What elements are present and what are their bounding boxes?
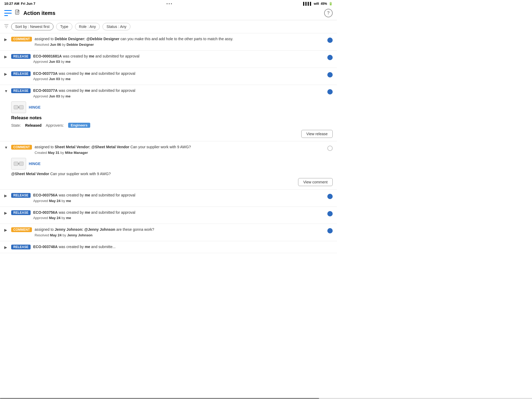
svg-rect-4 <box>14 162 18 166</box>
chevron-right-icon[interactable]: ▶ <box>4 55 9 59</box>
chevron-down-icon[interactable]: ▼ <box>4 89 9 93</box>
chevron-right-icon[interactable]: ▶ <box>4 228 9 232</box>
item-header: ▶ RELEASE ECO-003773A was created by me … <box>4 71 333 82</box>
view-comment-row: View comment <box>11 178 333 186</box>
list-item: ▶ COMMENT assigned to Jenny Johnson: @Je… <box>0 224 337 241</box>
chevron-right-icon[interactable]: ▶ <box>4 245 9 249</box>
list-item: ▼ RELEASE ECO-003377A was created by me … <box>0 85 337 141</box>
filter-bar: Sort by : Newest first Type Role : Any S… <box>0 20 337 33</box>
chevron-right-icon[interactable]: ▶ <box>4 194 9 198</box>
item-header: ▶ RELEASE ECO-003748A was created by me … <box>4 244 333 250</box>
view-release-button[interactable]: View release <box>301 130 333 138</box>
type-filter-button[interactable]: Type <box>56 23 72 30</box>
sidebar-toggle-button[interactable] <box>4 10 12 16</box>
role-filter-button[interactable]: Role : Any <box>75 23 100 30</box>
release-badge: RELEASE <box>11 88 31 93</box>
state-value: Released <box>25 123 42 127</box>
item-text: ECO-003748A was created by me and submit… <box>33 244 333 250</box>
document-icon <box>15 10 20 17</box>
svg-rect-1 <box>14 105 18 109</box>
action-list: ▶ COMMENT assigned to Debbie Designer: @… <box>0 33 337 253</box>
header-left: Action items <box>4 10 55 17</box>
approvers-value: Engineers <box>68 123 90 128</box>
item-text: assigned to Debbie Designer: @Debbie Des… <box>35 36 325 47</box>
sort-filter-button[interactable]: Sort by : Newest first <box>11 23 53 30</box>
view-release-row: View release <box>11 130 333 138</box>
comment-badge: COMMENT <box>11 227 32 232</box>
thumbnail-image <box>11 101 26 113</box>
header: Action items ? <box>0 7 337 20</box>
expanded-comment-content: HINGE @Sheet Metal Vendor Can your suppl… <box>11 158 333 186</box>
chevron-right-icon[interactable]: ▶ <box>4 37 9 42</box>
hinge-link[interactable]: HINGE <box>29 105 40 109</box>
svg-point-6 <box>18 163 19 164</box>
chevron-right-icon[interactable]: ▶ <box>4 211 9 215</box>
status-bar-right: ▌▌▌▌ wifi 45% 🔋 <box>303 2 333 6</box>
item-text: ECO-003377A was created by me and submit… <box>33 88 325 99</box>
read-indicator <box>327 211 333 216</box>
comment-badge: COMMENT <box>11 37 32 42</box>
release-badge: RELEASE <box>11 245 31 249</box>
item-text: ECO-003773A was created by me and submit… <box>33 71 325 82</box>
status-time: 10:27 AM <box>4 2 19 6</box>
status-filter-button[interactable]: Status : Any <box>102 23 130 30</box>
item-text: ECO-003756A was created by me and submit… <box>33 193 325 203</box>
list-item: ▶ COMMENT assigned to Debbie Designer: @… <box>0 33 337 51</box>
release-badge: RELEASE <box>11 210 31 215</box>
help-button[interactable]: ? <box>324 9 333 17</box>
hinge-link[interactable]: HINGE <box>29 162 40 166</box>
status-bar: 10:27 AM Fri Jun 7 • • • ▌▌▌▌ wifi 45% 🔋 <box>0 0 337 7</box>
state-label: State: <box>11 123 21 127</box>
page-title: Action items <box>23 10 55 16</box>
list-item: ▶ RELEASE ECO-00001681A was created by m… <box>0 51 337 68</box>
list-item: ▼ COMMENT assigned to Sheet Metal Vendor… <box>0 141 337 190</box>
item-header: ▶ RELEASE ECO-003756A was created by me … <box>4 193 333 203</box>
hinge-thumbnail: HINGE <box>11 158 333 170</box>
read-indicator <box>327 38 333 43</box>
chevron-right-icon[interactable]: ▶ <box>4 72 9 76</box>
read-indicator <box>327 228 333 233</box>
signal-icon: ▌▌▌▌ <box>303 2 312 6</box>
chevron-down-icon[interactable]: ▼ <box>4 145 9 150</box>
list-item: ▶ RELEASE ECO-003756A was created by me … <box>0 190 337 207</box>
status-bar-center: • • • <box>166 2 172 6</box>
comment-badge: COMMENT <box>11 145 32 150</box>
thumbnail-image <box>11 158 26 170</box>
release-badge: RELEASE <box>11 71 31 76</box>
battery-level: 45% <box>321 2 327 6</box>
expanded-release-content: HINGE Release notes State: Released Appr… <box>11 101 333 138</box>
wifi-icon: wifi <box>314 2 319 6</box>
item-header: ▼ RELEASE ECO-003377A was created by me … <box>4 88 333 99</box>
hinge-thumbnail: HINGE <box>11 101 333 113</box>
item-header: ▶ COMMENT assigned to Jenny Johnson: @Je… <box>4 227 333 238</box>
status-date: Fri Jun 7 <box>21 2 35 6</box>
release-badge: RELEASE <box>11 193 31 198</box>
filter-icon <box>4 24 9 29</box>
list-item: ▶ RELEASE ECO-003773A was created by me … <box>0 68 337 85</box>
ellipsis-icon: • • • <box>166 2 172 6</box>
list-item: ▶ RELEASE ECO-003756A was created by me … <box>0 207 337 224</box>
svg-point-3 <box>18 106 19 108</box>
release-badge: RELEASE <box>11 54 31 59</box>
item-header: ▶ RELEASE ECO-00001681A was created by m… <box>4 54 333 64</box>
unread-indicator <box>327 146 333 151</box>
release-notes-title: Release notes <box>11 115 333 121</box>
item-header: ▶ COMMENT assigned to Debbie Designer: @… <box>4 36 333 47</box>
item-header: ▼ COMMENT assigned to Sheet Metal Vendor… <box>4 145 333 155</box>
battery-icon: 🔋 <box>329 2 333 6</box>
item-text: assigned to Sheet Metal Vendor: @Sheet M… <box>35 145 325 155</box>
read-indicator <box>327 55 333 60</box>
list-item: ▶ RELEASE ECO-003748A was created by me … <box>0 241 337 253</box>
status-bar-left: 10:27 AM Fri Jun 7 <box>4 2 35 6</box>
view-comment-button[interactable]: View comment <box>298 178 333 186</box>
sidebar-toggle-bar <box>4 13 12 14</box>
read-indicator <box>327 72 333 77</box>
item-text: ECO-003756A was created by me and submit… <box>33 210 325 221</box>
read-indicator <box>327 89 333 94</box>
read-indicator <box>327 194 333 199</box>
comment-body: @Sheet Metal Vendor Can your supplier wo… <box>11 172 333 176</box>
svg-rect-5 <box>19 162 23 166</box>
release-state-row: State: Released Approvers: Engineers <box>11 123 333 128</box>
sidebar-toggle-bar <box>4 10 12 11</box>
item-subtext: Resolved Jun 06 by Debbie Designer <box>35 42 325 47</box>
